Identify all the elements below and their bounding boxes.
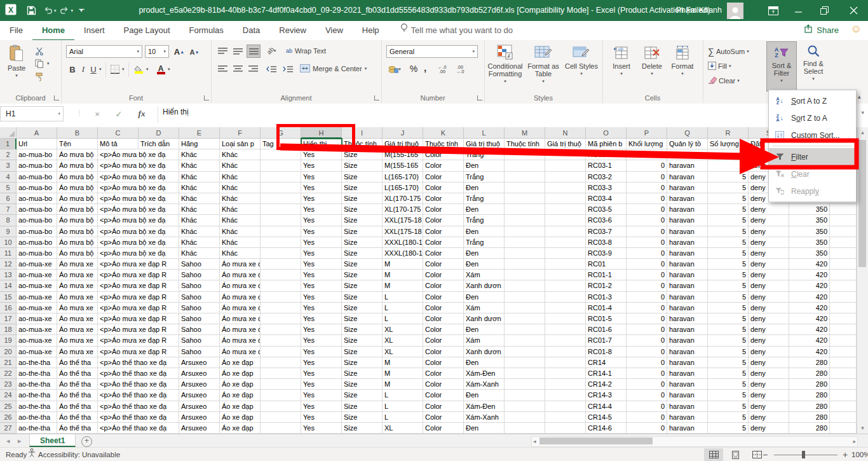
- cell-P21[interactable]: 0: [627, 357, 667, 368]
- cell-H18[interactable]: Yes: [301, 324, 342, 335]
- cell-Q12[interactable]: haravan: [667, 259, 708, 270]
- cell-L19[interactable]: Xám: [464, 335, 505, 346]
- column-header-P[interactable]: P: [627, 127, 667, 139]
- cell-H19[interactable]: Yes: [301, 335, 342, 346]
- cell-S14[interactable]: deny: [749, 280, 789, 291]
- cell-M1[interactable]: Thuộc tính: [505, 139, 545, 149]
- cell-R15[interactable]: 5: [708, 292, 749, 303]
- cell-U19[interactable]: [830, 335, 857, 346]
- cell-H8[interactable]: Yes: [301, 215, 342, 226]
- cell-E13[interactable]: Sahoo: [179, 270, 220, 280]
- accounting-format-button[interactable]: ▾: [386, 63, 403, 76]
- vertical-scrollbar-thumb[interactable]: [858, 140, 866, 267]
- cell-F20[interactable]: Áo mưa xe đạp: [220, 347, 261, 357]
- cell-S16[interactable]: deny: [749, 303, 789, 313]
- cell-G5[interactable]: [261, 182, 301, 193]
- top-align-button[interactable]: [216, 45, 229, 57]
- cell-L26[interactable]: Xám-Xanh: [464, 412, 505, 423]
- cell-K2[interactable]: Color: [423, 149, 464, 160]
- cell-J4[interactable]: L(165-170): [383, 172, 423, 182]
- cell-M22[interactable]: [505, 368, 545, 379]
- cell-J11[interactable]: XXXL(180-1: [383, 248, 423, 259]
- cell-O15[interactable]: RC01-3: [586, 292, 627, 303]
- cell-U23[interactable]: [830, 379, 857, 390]
- cell-Q15[interactable]: haravan: [667, 292, 708, 303]
- cell-L9[interactable]: Đen: [464, 226, 505, 237]
- cell-J7[interactable]: XL(170-175: [383, 204, 423, 215]
- cell-S9[interactable]: deny: [749, 226, 789, 237]
- cell-S11[interactable]: deny: [749, 248, 789, 259]
- decrease-font-size-button[interactable]: A▼: [188, 46, 201, 58]
- cell-C13[interactable]: <p>Áo mưa xe đạp R: [98, 270, 179, 280]
- cell-A5[interactable]: ao-mua-bo: [17, 182, 57, 193]
- cell-M4[interactable]: [505, 172, 545, 182]
- row-header-19[interactable]: 19: [0, 335, 17, 346]
- cell-J2[interactable]: M(155-165: [383, 149, 423, 160]
- cell-F3[interactable]: Khác: [220, 160, 261, 171]
- cell-M27[interactable]: [505, 423, 545, 434]
- cell-E10[interactable]: Khác: [179, 237, 220, 248]
- cell-K7[interactable]: Color: [423, 204, 464, 215]
- row-header-25[interactable]: 25: [0, 401, 17, 412]
- cell-M3[interactable]: [505, 160, 545, 171]
- column-header-H[interactable]: H: [301, 127, 342, 139]
- minimize-button[interactable]: [788, 0, 810, 21]
- number-dialog-launcher-icon[interactable]: [477, 95, 482, 100]
- formula-bar-expand-icon[interactable]: ▾: [861, 109, 864, 116]
- close-button[interactable]: [843, 0, 864, 21]
- cell-P2[interactable]: 0: [627, 149, 667, 160]
- cell-K13[interactable]: Color: [423, 270, 464, 280]
- cell-E1[interactable]: Hãng: [179, 139, 220, 149]
- cell-U20[interactable]: [830, 347, 857, 357]
- comma-style-button[interactable]: ,: [421, 61, 430, 74]
- cell-C7[interactable]: <p>Áo mưa bộ xe đạ: [98, 204, 179, 215]
- cell-O10[interactable]: RC03-8: [586, 237, 627, 248]
- cell-M5[interactable]: [505, 182, 545, 193]
- cell-H21[interactable]: Yes: [301, 357, 342, 368]
- cell-G27[interactable]: [261, 423, 301, 434]
- cell-O6[interactable]: RC03-4: [586, 193, 627, 204]
- cell-H4[interactable]: Yes: [301, 172, 342, 182]
- cell-A18[interactable]: ao-mua-xe: [17, 324, 57, 335]
- cell-J10[interactable]: XXXL(180-1: [383, 237, 423, 248]
- cell-P24[interactable]: 0: [627, 390, 667, 401]
- cell-E9[interactable]: Khác: [179, 226, 220, 237]
- cell-F21[interactable]: Áo xe đạp: [220, 357, 261, 368]
- cell-K6[interactable]: Color: [423, 193, 464, 204]
- cell-K21[interactable]: Color: [423, 357, 464, 368]
- cell-O14[interactable]: RC01-2: [586, 280, 627, 291]
- cell-K19[interactable]: Color: [423, 335, 464, 346]
- column-header-K[interactable]: K: [423, 127, 464, 139]
- cell-P3[interactable]: 0: [627, 160, 667, 171]
- row-header-22[interactable]: 22: [0, 368, 17, 379]
- cell-B5[interactable]: Áo mưa bộ: [57, 182, 98, 193]
- page-layout-view-button[interactable]: [726, 448, 745, 461]
- formula-bar-value[interactable]: Hiển thị: [163, 107, 189, 116]
- cell-O1[interactable]: Mã phiên b: [586, 139, 627, 149]
- cell-R4[interactable]: 5: [708, 172, 749, 182]
- cell-G8[interactable]: [261, 215, 301, 226]
- cell-B8[interactable]: Áo mưa bộ: [57, 215, 98, 226]
- tab-data[interactable]: Data: [233, 21, 269, 39]
- cell-R13[interactable]: 5: [708, 270, 749, 280]
- cell-G10[interactable]: [261, 237, 301, 248]
- cell-L15[interactable]: Đen: [464, 292, 505, 303]
- cell-G12[interactable]: [261, 259, 301, 270]
- cell-R27[interactable]: 5: [708, 423, 749, 434]
- cell-H12[interactable]: Yes: [301, 259, 342, 270]
- decrease-decimal-button[interactable]: .00→.0: [452, 63, 468, 76]
- cell-C14[interactable]: <p>Áo mưa xe đạp R: [98, 280, 179, 291]
- cell-O21[interactable]: CR14: [586, 357, 627, 368]
- cell-L11[interactable]: Đen: [464, 248, 505, 259]
- fill-color-button[interactable]: [132, 62, 145, 76]
- cell-Q23[interactable]: haravan: [667, 379, 708, 390]
- cell-O25[interactable]: CR14-4: [586, 401, 627, 412]
- tell-me-box[interactable]: Tell me what you want to do: [389, 21, 513, 39]
- cell-M12[interactable]: [505, 259, 545, 270]
- cell-I11[interactable]: Size: [342, 248, 383, 259]
- accessibility-status[interactable]: Accessibility: Unavailable: [28, 448, 120, 461]
- cell-I21[interactable]: Size: [342, 357, 383, 368]
- cell-L2[interactable]: Trắng: [464, 149, 505, 160]
- cell-G7[interactable]: [261, 204, 301, 215]
- cell-B2[interactable]: Áo mưa bộ: [57, 149, 98, 160]
